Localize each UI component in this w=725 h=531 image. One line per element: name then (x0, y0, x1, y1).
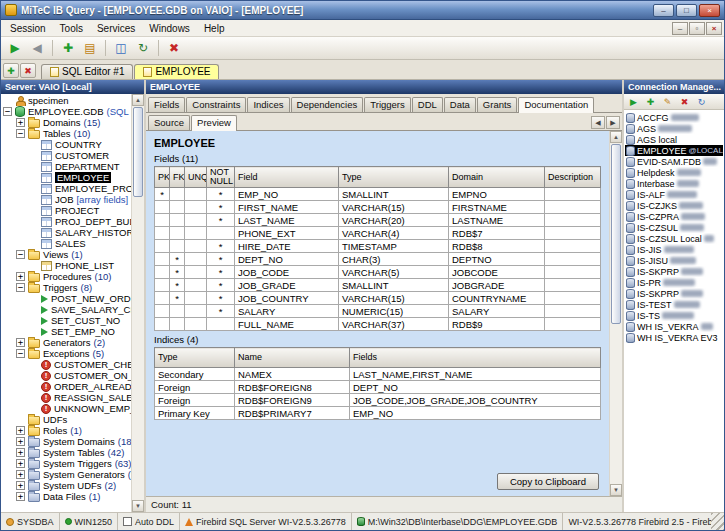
tree-item-data-files[interactable]: +Data Files(1) (1, 491, 131, 502)
tree-item-project[interactable]: PROJECT (1, 205, 131, 216)
tree-item-set-cust-no[interactable]: SET_CUST_NO (1, 315, 131, 326)
column-header[interactable]: UNQ (185, 167, 207, 188)
table-row[interactable]: *LAST_NAMEVARCHAR(20)LASTNAME (155, 214, 601, 227)
connection-item-is-jis[interactable]: IS-JIS (625, 244, 723, 255)
mdi-close-button[interactable]: × (706, 22, 722, 35)
tree-item-department[interactable]: DEPARTMENT (1, 161, 131, 172)
tree-item-phone-list[interactable]: PHONE_LIST (1, 260, 131, 271)
mdi-restore-button[interactable]: ▫ (689, 22, 705, 35)
tree-item-order-already-shipped[interactable]: ORDER_ALREADY_SHIPPED (1, 381, 131, 392)
connection-item-wh-is-vekra[interactable]: WH IS_VEKRA (625, 321, 723, 332)
table-row[interactable]: *HIRE_DATETIMESTAMPRDB$8 (155, 240, 601, 253)
connect-icon[interactable]: ▶ (5, 39, 25, 58)
connection-item-is-czpra[interactable]: IS-CZPRA (625, 211, 723, 222)
preview-scrollbar[interactable] (609, 131, 622, 496)
connection-item-helpdesk[interactable]: Helpdesk (625, 167, 723, 178)
table-row[interactable]: **DEPT_NOCHAR(3)DEPTNO (155, 253, 601, 266)
close-button[interactable]: × (699, 4, 720, 17)
connection-item-is-pr[interactable]: IS-PR (625, 277, 723, 288)
scrollbar-track[interactable] (610, 143, 622, 484)
connection-item-is-skprp[interactable]: IS-SKPRP (625, 266, 723, 277)
tree-item-customer-on-hold[interactable]: CUSTOMER_ON_HOLD[d&dc (1, 370, 131, 381)
tree-item-job[interactable]: JOB[array fields] (1, 194, 131, 205)
column-header[interactable]: Field (235, 167, 339, 188)
tree-item-system-generators[interactable]: +System Generators(9) (1, 469, 131, 480)
expand-toggle[interactable]: + (16, 492, 25, 501)
sql-editor-icon[interactable]: ◫ (111, 39, 131, 58)
tree-item-system-udfs[interactable]: +System UDFs(2) (1, 480, 131, 491)
connection-item-ags-local[interactable]: AGS local (625, 134, 723, 145)
scroll-right-icon[interactable]: ▶ (606, 116, 620, 129)
column-header[interactable]: Domain (449, 167, 545, 188)
table-row[interactable]: **JOB_COUNTRYVARCHAR(15)COUNTRYNAME (155, 292, 601, 305)
column-header[interactable]: Name (235, 348, 350, 368)
tree-item-exceptions[interactable]: −Exceptions(5) (1, 348, 131, 359)
tree-item-system-tables[interactable]: +System Tables(42) (1, 447, 131, 458)
connection-item-wh-is-vekra-ev3[interactable]: WH IS_VEKRA EV3 (625, 332, 723, 343)
tree-item-domains[interactable]: +Domains(15) (1, 117, 131, 128)
table-row[interactable]: ForeignRDB$FOREIGN8DEPT_NO (155, 381, 601, 394)
close-document-icon[interactable]: ✖ (20, 63, 36, 78)
scroll-up-button[interactable] (132, 94, 144, 106)
column-header[interactable]: Fields (350, 348, 601, 368)
expand-toggle[interactable]: + (16, 426, 25, 435)
connection-item-is-czsul[interactable]: IS-CZSUL (625, 222, 723, 233)
refresh-icon[interactable]: ↻ (133, 39, 153, 58)
table-row[interactable]: Primary KeyRDB$PRIMARY7EMP_NO (155, 407, 601, 420)
scrollbar-track[interactable] (132, 106, 144, 500)
table-row[interactable]: **EMP_NOSMALLINTEMPNO (155, 188, 601, 201)
tab-data[interactable]: Data (444, 97, 476, 112)
expand-toggle[interactable]: − (16, 250, 25, 259)
expand-toggle[interactable]: + (16, 459, 25, 468)
tree-item-system-triggers[interactable]: +System Triggers(63) (1, 458, 131, 469)
connection-item-is-test[interactable]: IS-TEST (625, 299, 723, 310)
table-row[interactable]: ForeignRDB$FOREIGN9JOB_CODE,JOB_GRADE,JO… (155, 394, 601, 407)
table-row[interactable]: **JOB_GRADESMALLINTJOBGRADE (155, 279, 601, 292)
expand-toggle[interactable]: − (16, 349, 25, 358)
connection-item-interbase[interactable]: Interbase (625, 178, 723, 189)
mdi-minimize-button[interactable]: – (672, 22, 688, 35)
scroll-down-button[interactable] (610, 484, 622, 496)
tab-indices[interactable]: Indices (247, 97, 289, 112)
expand-toggle[interactable]: − (3, 107, 12, 116)
connection-item-employee[interactable]: EMPLOYEE@LOCALHOST (625, 145, 723, 156)
tree-item-set-emp-no[interactable]: SET_EMP_NO (1, 326, 131, 337)
connection-item-is-czjks[interactable]: IS-CZJKS (625, 200, 723, 211)
delete-connection-icon[interactable]: ✖ (677, 95, 692, 109)
connect-database-icon[interactable]: ▶ (626, 95, 641, 109)
tree-item-reassign-sales[interactable]: REASSIGN_SALES (1, 392, 131, 403)
tab-triggers[interactable]: Triggers (364, 97, 411, 112)
table-row[interactable]: PHONE_EXTVARCHAR(4)RDB$7 (155, 227, 601, 240)
connection-item-evid-sam-fdb[interactable]: EVID-SAM.FDB (625, 156, 723, 167)
connection-item-is-alf[interactable]: IS-ALF (625, 189, 723, 200)
connection-item-ags[interactable]: AGS (625, 123, 723, 134)
disconnect-icon[interactable]: ◀ (27, 39, 47, 58)
tab-grants[interactable]: Grants (477, 97, 518, 112)
scroll-left-icon[interactable]: ◀ (591, 116, 605, 129)
tree-item-employee-project[interactable]: EMPLOYEE_PROJECT (1, 183, 131, 194)
tab-constraints[interactable]: Constraints (186, 97, 246, 112)
subtab-source[interactable]: Source (148, 115, 190, 130)
expand-toggle[interactable]: + (16, 448, 25, 457)
edit-connection-icon[interactable]: ✎ (660, 95, 675, 109)
tree-item-employee-gdb[interactable]: −EMPLOYEE.GDB(SQL Dialect 1) (1, 106, 131, 117)
scroll-up-button[interactable] (610, 131, 622, 143)
subtab-preview[interactable]: Preview (191, 115, 237, 131)
tab-documentation[interactable]: Documentation (518, 97, 594, 113)
column-header[interactable]: PK (155, 167, 170, 188)
scrollbar-thumb[interactable] (133, 107, 143, 197)
column-header[interactable]: Type (339, 167, 449, 188)
expand-toggle[interactable]: − (16, 129, 25, 138)
tab-ddl[interactable]: DDL (412, 97, 443, 112)
expand-toggle[interactable]: − (16, 283, 25, 292)
menu-item-tools[interactable]: Tools (53, 22, 90, 35)
tree-item-udfs[interactable]: UDFs (1, 414, 131, 425)
tree-item-save-salary-change[interactable]: SAVE_SALARY_CHANGE (1, 304, 131, 315)
connection-item-accfg[interactable]: ACCFG (625, 112, 723, 123)
tree-item-views[interactable]: −Views(1) (1, 249, 131, 260)
tree-item-generators[interactable]: +Generators(2) (1, 337, 131, 348)
scrollbar-thumb[interactable] (611, 144, 621, 324)
column-header[interactable]: FK (170, 167, 185, 188)
menu-item-help[interactable]: Help (197, 22, 232, 35)
tree-item-tables[interactable]: −Tables(10) (1, 128, 131, 139)
